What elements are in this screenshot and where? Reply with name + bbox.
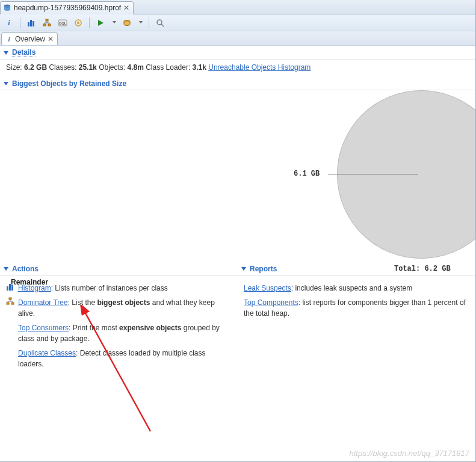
histogram-button[interactable]: [25, 16, 38, 29]
classes-label: Classes:: [49, 63, 76, 72]
classes-value: 25.1k: [79, 63, 97, 72]
svg-point-15: [157, 20, 162, 25]
thread-button[interactable]: [72, 16, 85, 29]
toolbar: i OQL: [0, 14, 475, 31]
histogram-desc: : Lists number of instances per class: [51, 284, 168, 292]
size-label: Size:: [6, 63, 22, 72]
chevron-down-icon: [241, 267, 246, 271]
editor-tab-title: heapdump-1577935969409.hprof: [14, 4, 121, 12]
overview-content: Details Size: 6.2 GB Classes: 25.1k Obje…: [0, 46, 475, 461]
size-value: 6.2 GB: [24, 63, 47, 72]
inner-tabbar: i Overview ✕: [0, 31, 475, 46]
pie-slice-label: 6.1 GB: [294, 170, 320, 178]
section-title: Details: [12, 48, 36, 57]
leak-desc: : includes leak suspects and a system: [291, 284, 412, 292]
svg-rect-23: [11, 303, 14, 304]
dominator-tree-button[interactable]: [40, 16, 54, 29]
classloader-value: 3.1k: [193, 63, 206, 72]
dominator-bold: biggest objects: [97, 298, 150, 307]
svg-rect-3: [28, 22, 29, 26]
svg-rect-20: [11, 285, 13, 291]
svg-rect-22: [7, 303, 9, 304]
action-histogram: Histogram: Lists number of instances per…: [6, 283, 232, 294]
svg-text:OQL: OQL: [59, 22, 67, 25]
actions-body: Histogram: Lists number of instances per…: [0, 276, 238, 377]
run-report-dropdown[interactable]: [110, 16, 118, 29]
svg-point-12: [77, 22, 79, 24]
toolbar-separator: [149, 17, 149, 28]
chevron-down-icon: [4, 82, 8, 85]
close-icon[interactable]: ✕: [123, 4, 129, 11]
pie-chart: [337, 90, 475, 259]
unreachable-link[interactable]: Unreachable Objects Histogram: [208, 63, 311, 72]
svg-rect-21: [9, 298, 11, 300]
leak-suspects-link[interactable]: Leak Suspects: [244, 284, 291, 292]
svg-rect-5: [32, 21, 34, 26]
histogram-link[interactable]: Histogram: [18, 284, 51, 292]
svg-text:i: i: [8, 35, 10, 43]
toolbar-separator: [20, 17, 20, 28]
svg-rect-19: [9, 284, 11, 291]
actions-column: Actions Histogram: Lists number of insta…: [0, 263, 238, 377]
svg-text:i: i: [8, 19, 10, 27]
close-icon[interactable]: ✕: [48, 35, 54, 43]
editor-tabbar: heapdump-1577935969409.hprof ✕: [0, 0, 475, 14]
svg-line-16: [161, 24, 164, 26]
oql-button[interactable]: OQL: [56, 16, 69, 29]
section-title: Biggest Objects by Retained Size: [12, 79, 126, 88]
reports-body: Leak Suspects: includes leak suspects an…: [238, 276, 475, 326]
editor-tab-heapdump[interactable]: heapdump-1577935969409.hprof ✕: [0, 1, 134, 14]
pie-chart-area: 6.1 GB Total: 6.2 GB Remainder: [0, 90, 475, 271]
svg-rect-8: [48, 24, 51, 26]
action-top-consumers: Top Consumers: Print the most expensive …: [6, 322, 232, 344]
topcons-bold: expensive objects: [119, 324, 181, 332]
dominator-pre: : List the: [68, 298, 97, 307]
report-top-components: Top Components: list reports for compone…: [244, 297, 469, 319]
details-body: Size: 6.2 GB Classes: 25.1k Objects: 4.8…: [0, 60, 475, 78]
top-components-link[interactable]: Top Components: [244, 298, 298, 307]
action-duplicate-classes: Duplicate Classes: Detect classes loaded…: [6, 348, 232, 369]
report-leak-suspects: Leak Suspects: includes leak suspects an…: [244, 283, 469, 294]
section-reports-header[interactable]: Reports: [238, 263, 475, 276]
action-dominator-tree: Dominator Tree: List the biggest objects…: [6, 297, 232, 319]
query-dropdown[interactable]: [136, 16, 144, 29]
run-report-button[interactable]: [94, 16, 107, 29]
duplicate-classes-link[interactable]: Duplicate Classes: [18, 349, 76, 357]
watermark: https://blog.csdn.net/qq_37171817: [350, 449, 470, 458]
svg-rect-18: [7, 286, 8, 291]
svg-rect-7: [43, 24, 46, 26]
top-consumers-link[interactable]: Top Consumers: [18, 324, 69, 332]
query-button[interactable]: [120, 16, 134, 29]
info-button[interactable]: i: [2, 16, 16, 29]
reports-column: Reports Leak Suspects: includes leak sus…: [238, 263, 475, 377]
histogram-icon: [6, 283, 14, 291]
topcons-pre: : Print the most: [69, 324, 119, 332]
section-details-header[interactable]: Details: [0, 46, 475, 60]
search-button[interactable]: [153, 16, 167, 29]
tree-icon: [6, 297, 14, 306]
section-biggest-header[interactable]: Biggest Objects by Retained Size: [0, 78, 475, 90]
classloader-label: Class Loader:: [146, 63, 190, 72]
heap-file-icon: [3, 4, 11, 12]
objects-label: Objects:: [99, 63, 125, 72]
svg-rect-4: [30, 20, 32, 26]
chevron-down-icon: [4, 51, 8, 55]
svg-marker-13: [98, 20, 104, 26]
dominator-tree-link[interactable]: Dominator Tree: [18, 298, 68, 307]
section-actions-header[interactable]: Actions: [0, 263, 238, 276]
svg-rect-6: [46, 19, 48, 21]
section-title: Reports: [250, 265, 277, 273]
tab-label: Overview: [15, 35, 45, 43]
objects-value: 4.8m: [127, 63, 143, 72]
toolbar-separator: [89, 17, 90, 28]
pie-callout-line: [328, 174, 418, 174]
chevron-down-icon: [4, 267, 8, 271]
lower-columns: Actions Histogram: Lists number of insta…: [0, 263, 475, 377]
info-icon: i: [5, 35, 13, 43]
tab-overview[interactable]: i Overview ✕: [1, 32, 58, 45]
section-title: Actions: [12, 265, 39, 273]
